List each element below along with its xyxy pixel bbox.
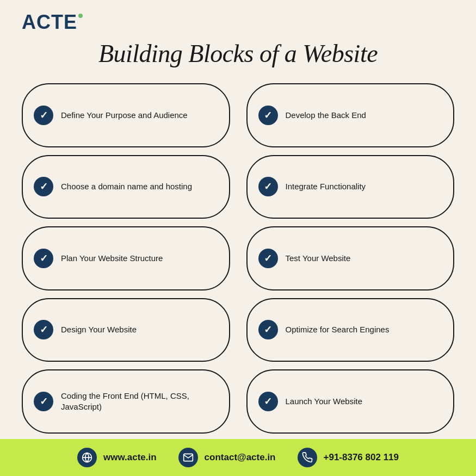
check-icon bbox=[258, 320, 278, 339]
card-label: Plan Your Website Structure bbox=[61, 253, 163, 264]
page-title: Building Blocks of a Website bbox=[22, 39, 454, 68]
cards-grid: Define Your Purpose and Audience Develop… bbox=[22, 83, 454, 434]
footer-email: contact@acte.in bbox=[178, 448, 276, 467]
check-icon bbox=[34, 249, 53, 268]
phone-icon bbox=[298, 448, 317, 467]
header: ACTE bbox=[22, 11, 454, 34]
list-item: Test Your Website bbox=[246, 226, 455, 290]
check-icon bbox=[34, 392, 53, 411]
footer-website: www.acte.in bbox=[77, 448, 157, 467]
list-item: Integrate Functionality bbox=[246, 155, 455, 219]
card-label: Define Your Purpose and Audience bbox=[61, 110, 188, 121]
check-icon bbox=[34, 320, 53, 339]
phone-text: +91-8376 802 119 bbox=[324, 452, 399, 463]
card-label: Develop the Back End bbox=[286, 110, 366, 121]
list-item: Choose a domain name and hosting bbox=[22, 155, 230, 219]
list-item: Optimize for Search Engines bbox=[246, 298, 455, 362]
card-label: Test Your Website bbox=[286, 253, 351, 264]
check-icon bbox=[258, 392, 278, 411]
list-item: Plan Your Website Structure bbox=[22, 226, 230, 290]
card-label: Coding the Front End (HTML, CSS, JavaScr… bbox=[61, 391, 218, 413]
list-item: Design Your Website bbox=[22, 298, 230, 362]
card-label: Launch Your Website bbox=[286, 396, 363, 407]
list-item: Coding the Front End (HTML, CSS, JavaScr… bbox=[22, 369, 230, 434]
card-label: Optimize for Search Engines bbox=[286, 324, 390, 335]
card-label: Choose a domain name and hosting bbox=[61, 181, 192, 192]
check-icon bbox=[258, 177, 278, 196]
card-label: Design Your Website bbox=[61, 324, 137, 335]
logo-dot bbox=[78, 14, 83, 18]
footer-bar: www.acte.in contact@acte.in +91-8376 802… bbox=[0, 439, 476, 476]
footer-phone: +91-8376 802 119 bbox=[298, 448, 399, 467]
main-content: ACTE Building Blocks of a Website Define… bbox=[0, 0, 476, 439]
card-label: Integrate Functionality bbox=[286, 181, 366, 192]
logo-text: ACTE bbox=[22, 11, 77, 34]
check-icon bbox=[34, 177, 53, 196]
list-item: Define Your Purpose and Audience bbox=[22, 83, 230, 147]
check-icon bbox=[34, 106, 53, 125]
check-icon bbox=[258, 249, 278, 268]
website-text: www.acte.in bbox=[103, 452, 157, 463]
globe-icon bbox=[77, 448, 97, 467]
email-text: contact@acte.in bbox=[205, 452, 276, 463]
logo: ACTE bbox=[22, 11, 83, 34]
list-item: Launch Your Website bbox=[246, 369, 455, 434]
check-icon bbox=[258, 106, 278, 125]
email-icon bbox=[178, 448, 198, 467]
list-item: Develop the Back End bbox=[246, 83, 455, 147]
